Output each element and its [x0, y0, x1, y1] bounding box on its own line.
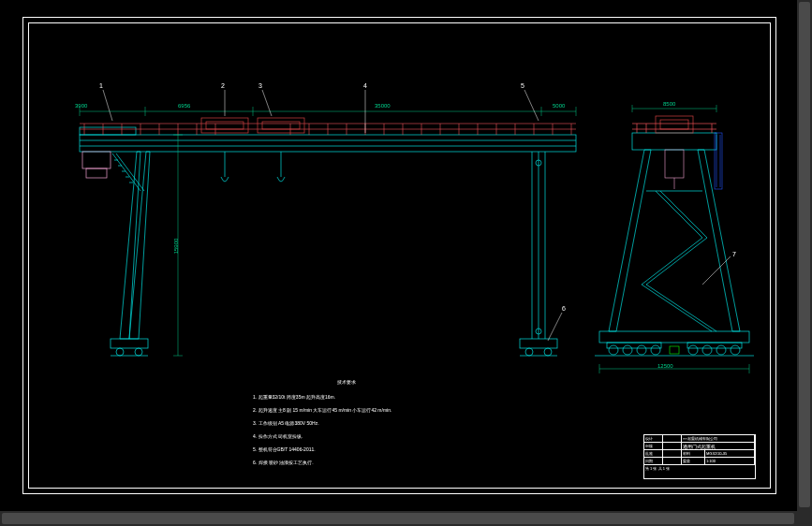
svg-point-91 — [688, 345, 698, 355]
dim-span-left: 6956 — [178, 103, 190, 109]
tech-req-line4: 4. 操作方式 司机室操纵. — [253, 433, 440, 440]
tech-req-line2: 2. 起升速度 主8 副 15 m/min 大车运行45 m/min 小车运行4… — [253, 407, 440, 414]
svg-rect-0 — [80, 135, 576, 152]
title-block: 设计 ××起重机械有限公司 审核 通用门式起重机 批准 材料 MG32/10-3… — [643, 434, 756, 479]
svg-point-88 — [637, 345, 646, 355]
dim-right-cantilever: 5000 — [553, 103, 565, 109]
balloon-1: 1 — [99, 82, 103, 89]
balloon-5: 5 — [521, 82, 524, 89]
technical-requirements: 技术要求 1. 起重量32/10t 跨度35m 起升高度16m. 2. 起升速度… — [253, 373, 440, 473]
svg-point-87 — [623, 345, 632, 355]
svg-rect-41 — [258, 118, 304, 133]
dim-side-width: 8500 — [663, 101, 675, 107]
tb-approve-label: 批准 — [644, 450, 663, 457]
svg-point-55 — [525, 348, 533, 356]
svg-rect-42 — [262, 122, 300, 129]
svg-rect-54 — [520, 339, 557, 348]
dim-side-track: 12500 — [657, 363, 673, 369]
svg-point-56 — [544, 348, 552, 356]
svg-point-46 — [116, 348, 124, 356]
svg-rect-77 — [656, 116, 693, 133]
tb-material-label: 材料 — [682, 450, 705, 457]
tb-drawing-no: MG32/10-35 — [705, 450, 755, 457]
balloon-3: 3 — [258, 82, 262, 89]
tech-req-title: 技术要求 — [253, 379, 440, 386]
svg-point-94 — [731, 345, 740, 355]
svg-rect-85 — [599, 331, 749, 343]
svg-rect-39 — [201, 118, 248, 133]
tb-scale: 1:100 — [705, 458, 755, 464]
svg-point-47 — [135, 348, 142, 356]
tech-req-line3: 3. 工作级别 A5 电源380V 50Hz. — [253, 420, 440, 427]
dim-height: 15900 — [173, 239, 179, 255]
tb-date-label: 日期 — [644, 458, 663, 464]
svg-line-75 — [548, 313, 562, 341]
tech-req-line1: 1. 起重量32/10t 跨度35m 起升高度16m. — [253, 394, 440, 401]
svg-rect-78 — [660, 120, 688, 129]
svg-point-92 — [702, 345, 712, 355]
tb-design-label: 设计 — [644, 435, 663, 442]
tb-sheet: 第 1 张 共 1 张 — [644, 465, 755, 473]
tech-req-line6: 6. 焊接 喷砂 油漆按工艺执行. — [253, 460, 440, 466]
balloon-4: 4 — [363, 82, 367, 89]
horizontal-scrollbar[interactable] — [0, 511, 797, 526]
svg-line-72 — [262, 90, 272, 116]
balloon-2: 2 — [221, 82, 225, 89]
svg-line-70 — [103, 90, 112, 121]
svg-point-89 — [651, 345, 660, 355]
svg-point-93 — [716, 345, 726, 355]
horizontal-scrollbar-thumb[interactable] — [2, 513, 794, 524]
svg-rect-3 — [80, 127, 136, 135]
vertical-scrollbar[interactable] — [797, 0, 812, 511]
svg-line-109 — [702, 256, 731, 285]
tb-company: ××起重机械有限公司 — [682, 435, 755, 442]
vertical-scrollbar-thumb[interactable] — [799, 2, 810, 507]
svg-rect-76 — [632, 133, 716, 150]
svg-rect-102 — [670, 346, 679, 354]
dim-left-cantilever: 3900 — [75, 103, 87, 109]
tb-weight-label: 重量 — [682, 458, 705, 464]
cad-canvas[interactable]: 1 2 3 4 5 6 7 3900 6956 35000 5000 15900… — [0, 0, 797, 511]
tb-check-label: 审核 — [644, 443, 663, 449]
balloon-6: 6 — [562, 305, 566, 312]
svg-rect-4 — [82, 152, 111, 168]
svg-rect-99 — [715, 133, 722, 189]
svg-rect-97 — [665, 150, 684, 178]
svg-rect-5 — [86, 168, 107, 178]
balloon-7: 7 — [732, 251, 736, 257]
scrollbar-corner — [797, 511, 812, 526]
svg-rect-40 — [206, 122, 244, 129]
dim-span-main: 35000 — [375, 103, 391, 109]
svg-line-74 — [524, 90, 539, 121]
svg-point-86 — [609, 345, 618, 355]
svg-rect-45 — [111, 339, 148, 348]
tb-title: 通用门式起重机 — [682, 443, 755, 449]
tech-req-line5: 5. 整机符合GB/T 14406-2011. — [253, 446, 440, 453]
